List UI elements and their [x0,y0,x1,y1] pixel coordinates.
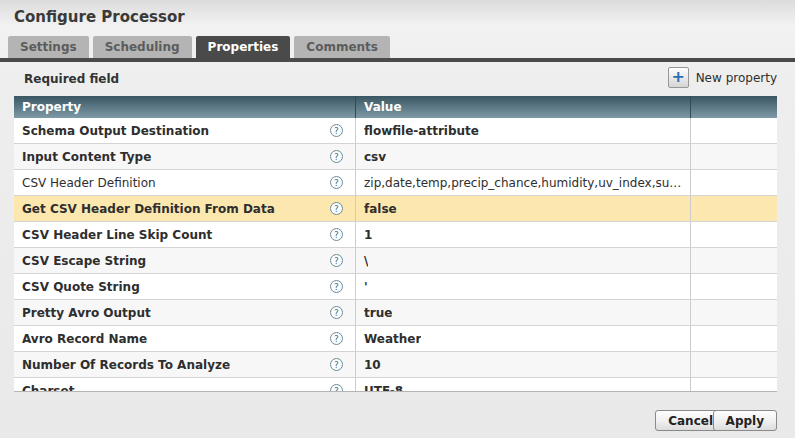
property-name: Input Content Type [22,150,151,164]
property-name-cell: Input Content Type ? [14,144,355,169]
property-name-cell: CSV Escape String ? [14,248,355,273]
column-header-property: Property [14,96,355,118]
property-row[interactable]: Charset ? UTF-8 [14,378,777,392]
dialog-title: Configure Processor [14,8,185,26]
help-icon[interactable]: ? [330,332,343,345]
property-name-cell: Number Of Records To Analyze ? [14,352,355,377]
property-value-cell[interactable]: true [355,300,690,325]
property-row[interactable]: CSV Header Definition ? zip,date,temp,pr… [14,170,777,196]
property-name: Charset [22,384,74,393]
row-empty-cell [690,170,777,195]
plus-icon[interactable]: + [668,67,689,88]
property-name-cell: Schema Output Destination ? [14,118,355,143]
property-name-cell: CSV Quote String ? [14,274,355,299]
row-empty-cell [690,352,777,377]
property-name: CSV Header Line Skip Count [22,228,212,242]
property-name: Pretty Avro Output [22,306,151,320]
property-value: zip,date,temp,precip_chance,humidity,uv_… [364,176,682,190]
property-name: Get CSV Header Definition From Data [22,202,275,216]
property-value-cell[interactable]: zip,date,temp,precip_chance,humidity,uv_… [355,170,690,195]
property-name-cell: Charset ? [14,378,355,392]
help-icon[interactable]: ? [330,358,343,371]
property-row[interactable]: CSV Quote String ? ' [14,274,777,300]
row-empty-cell [690,326,777,351]
help-icon[interactable]: ? [330,306,343,319]
property-name: Number Of Records To Analyze [22,358,230,372]
row-empty-cell [690,300,777,325]
property-row[interactable]: Pretty Avro Output ? true [14,300,777,326]
property-value: 10 [364,358,381,372]
property-row[interactable]: Avro Record Name ? Weather [14,326,777,352]
row-empty-cell [690,118,777,143]
property-value-cell[interactable]: 1 [355,222,690,247]
help-icon[interactable]: ? [330,124,343,137]
property-row[interactable]: Schema Output Destination ? flowfile-att… [14,118,777,144]
property-value: ' [364,280,368,294]
tab-settings[interactable]: Settings [8,36,89,58]
property-row[interactable]: Input Content Type ? csv [14,144,777,170]
row-empty-cell [690,196,777,221]
property-name: Avro Record Name [22,332,147,346]
property-name: CSV Escape String [22,254,146,268]
help-icon[interactable]: ? [330,202,343,215]
property-value-cell[interactable]: Weather [355,326,690,351]
property-value: true [364,306,392,320]
properties-table: Property Value Schema Output Destination… [14,96,777,392]
tab-scheduling[interactable]: Scheduling [93,36,192,58]
property-value-cell[interactable]: 10 [355,352,690,377]
property-row[interactable]: CSV Escape String ? \ [14,248,777,274]
help-icon[interactable]: ? [330,150,343,163]
property-row[interactable]: Get CSV Header Definition From Data ? fa… [14,196,777,222]
property-row[interactable]: Number Of Records To Analyze ? 10 [14,352,777,378]
new-property-label: New property [696,71,777,85]
property-value-cell[interactable]: false [355,196,690,221]
property-value-cell[interactable]: flowfile-attribute [355,118,690,143]
property-value-cell[interactable]: UTF-8 [355,378,690,392]
tab-bar: Settings Scheduling Properties Comments [8,36,390,58]
property-value: UTF-8 [364,384,403,393]
property-row[interactable]: CSV Header Line Skip Count ? 1 [14,222,777,248]
column-header-empty [690,96,777,118]
help-icon[interactable]: ? [330,280,343,293]
tab-properties[interactable]: Properties [196,36,291,58]
property-value: false [364,202,397,216]
property-value: csv [364,150,386,164]
row-empty-cell [690,274,777,299]
property-table-body: Schema Output Destination ? flowfile-att… [14,118,777,392]
property-name: Schema Output Destination [22,124,209,138]
property-name: CSV Quote String [22,280,140,294]
property-name-cell: Pretty Avro Output ? [14,300,355,325]
property-name-cell: CSV Header Line Skip Count ? [14,222,355,247]
property-name-cell: Get CSV Header Definition From Data ? [14,196,355,221]
property-value: Weather [364,332,421,346]
row-empty-cell [690,222,777,247]
property-value-cell[interactable]: csv [355,144,690,169]
required-field-legend: Required field [24,72,119,86]
help-icon[interactable]: ? [330,384,343,392]
tab-comments[interactable]: Comments [294,36,390,58]
property-name: CSV Header Definition [22,176,156,190]
table-header: Property Value [14,96,777,118]
help-icon[interactable]: ? [330,228,343,241]
apply-button[interactable]: Apply [713,410,777,431]
help-icon[interactable]: ? [330,176,343,189]
property-value: \ [364,254,368,268]
row-empty-cell [690,144,777,169]
new-property-button[interactable]: + New property [668,67,777,88]
property-name-cell: CSV Header Definition ? [14,170,355,195]
column-header-value: Value [355,96,690,118]
row-empty-cell [690,378,777,392]
property-value-cell[interactable]: ' [355,274,690,299]
help-icon[interactable]: ? [330,254,343,267]
property-name-cell: Avro Record Name ? [14,326,355,351]
property-value-cell[interactable]: \ [355,248,690,273]
active-tab-underline [0,58,795,62]
property-value: 1 [364,228,372,242]
row-empty-cell [690,248,777,273]
property-value: flowfile-attribute [364,124,479,138]
